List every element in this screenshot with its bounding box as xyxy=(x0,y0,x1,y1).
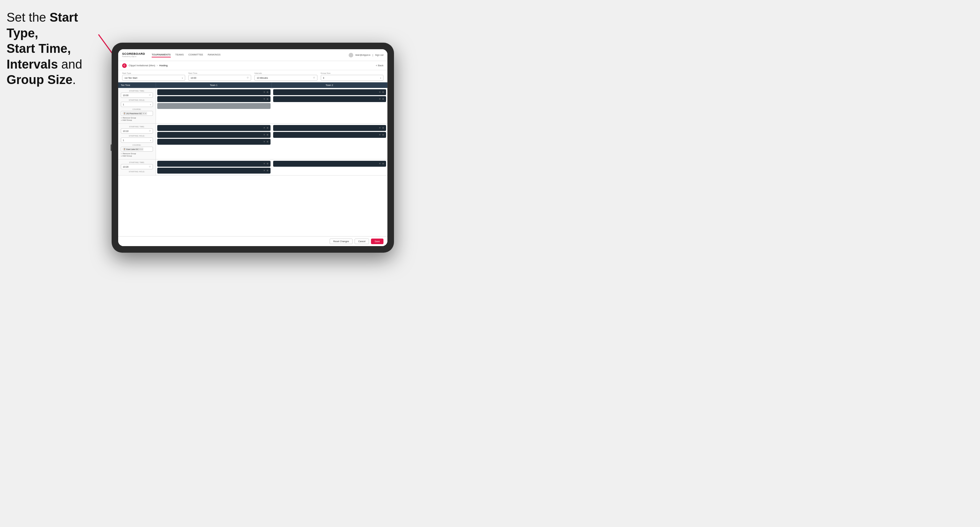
col-team1: Team 1 xyxy=(156,83,272,88)
start-time-select[interactable]: 10:00 ⏱ xyxy=(188,75,251,81)
breadcrumb-tournament[interactable]: Clippd Invitational (Men) xyxy=(129,64,155,67)
team1-col-1: ✕ ⊕ ✕ ⊕ xyxy=(156,88,272,123)
player-expand[interactable]: ⊕ xyxy=(382,98,384,100)
save-button[interactable]: Save xyxy=(371,238,383,244)
navbar: SCOREBOARD Powered by clipp.io TOURNAMEN… xyxy=(118,49,387,61)
player-expand[interactable]: ⊕ xyxy=(382,91,384,94)
player-row: ✕ ⊕ xyxy=(273,89,387,95)
starting-time-input-2[interactable]: 10:10 ⏱ xyxy=(121,128,153,133)
starting-time-input-1[interactable]: 10:00 ⏱ xyxy=(121,92,153,98)
tablet-frame: SCOREBOARD Powered by clipp.io TOURNAMEN… xyxy=(111,43,394,253)
player-row: ✕ ⊕ xyxy=(273,96,387,102)
tee-left-1: STARTING TIME: 10:00 ⏱ STARTING HOLE: 1 … xyxy=(118,88,156,123)
team2-col-2: ✕ ⊕ ✕ ⊕ xyxy=(272,124,388,159)
starting-time-label-2: STARTING TIME: xyxy=(121,126,153,128)
remove-group-2[interactable]: ○ Remove Group xyxy=(121,152,153,154)
course-tag-1: 🏌 (A) Peachtree GC ✕ ▾ xyxy=(121,111,153,116)
player-remove[interactable]: ✕ xyxy=(263,133,265,136)
tee-group-3: STARTING TIME: 10:20 ⏱ STARTING HOLE: ✕ … xyxy=(118,159,387,176)
instruction-line2: Start Time, xyxy=(6,42,71,56)
nav-committee[interactable]: COMMITTEE xyxy=(188,52,203,57)
nav-tournaments[interactable]: TOURNAMENTS xyxy=(152,52,171,57)
start-type-chevron: ▾ xyxy=(182,77,183,79)
starting-time-input-3[interactable]: 10:20 ⏱ xyxy=(121,164,153,169)
nav-teams[interactable]: TEAMS xyxy=(175,52,184,57)
starting-hole-label-1: STARTING HOLE: xyxy=(121,99,153,101)
brand-name: SCOREBOARD xyxy=(122,52,145,56)
group-size-group: Group Size 3 ▾ xyxy=(321,72,384,81)
nav-rankings[interactable]: RANKINGS xyxy=(208,52,221,57)
player-remove[interactable]: ✕ xyxy=(263,162,265,165)
player-remove[interactable]: ✕ xyxy=(379,91,381,94)
table-header: Tee Time Team 1 Team 2 xyxy=(118,83,387,88)
player-remove[interactable]: ✕ xyxy=(263,127,265,129)
player-remove[interactable]: ✕ xyxy=(263,91,265,94)
player-expand[interactable]: ⊕ xyxy=(267,91,269,94)
instruction-line4: Group Size xyxy=(6,73,73,87)
breadcrumb-separator: > xyxy=(157,64,158,67)
intervals-select[interactable]: 10 Minutes ⏱ xyxy=(255,75,318,81)
start-type-select[interactable]: 1st Tee Start ▾ xyxy=(122,75,185,81)
remove-course-2[interactable]: ✕ xyxy=(139,148,141,150)
tee-group-1: STARTING TIME: 10:00 ⏱ STARTING HOLE: 1 … xyxy=(118,88,387,124)
start-time-label: Start Time xyxy=(188,72,251,74)
player-remove[interactable]: ✕ xyxy=(263,169,265,172)
group-size-chevron: ▾ xyxy=(380,77,381,79)
starting-hole-label-2: STARTING HOLE: xyxy=(121,135,153,137)
intervals-group: Intervals 10 Minutes ⏱ xyxy=(255,72,318,81)
player-expand[interactable]: ⊕ xyxy=(382,162,384,165)
user-avatar xyxy=(348,53,353,57)
player-expand[interactable]: ⊕ xyxy=(267,140,269,143)
sign-out-link[interactable]: Sign out xyxy=(375,54,383,56)
instruction-line3: Intervals xyxy=(6,57,58,71)
brand: SCOREBOARD Powered by clipp.io xyxy=(122,52,145,57)
player-remove[interactable]: ✕ xyxy=(379,98,381,100)
player-remove[interactable]: ✕ xyxy=(263,140,265,143)
col-tee-time: Tee Time xyxy=(118,83,156,88)
breadcrumb-logo: C xyxy=(122,63,127,68)
team2-col-3: ✕ ⊕ xyxy=(272,159,388,175)
intervals-value: 10 Minutes xyxy=(257,77,268,79)
course-label-2: COURSE: xyxy=(121,144,153,146)
player-remove[interactable]: ✕ xyxy=(263,98,265,100)
start-type-group: Start Type 1st Tee Start ▾ xyxy=(122,72,185,81)
instruction-intro: Set the xyxy=(6,11,49,24)
bottom-bar: Reset Changes Cancel Save xyxy=(118,236,387,246)
course-options-1[interactable]: ▾ xyxy=(145,112,146,114)
player-expand[interactable]: ⊕ xyxy=(382,127,384,129)
player-expand[interactable]: ⊕ xyxy=(267,162,269,165)
player-expand[interactable]: ⊕ xyxy=(267,133,269,136)
player-expand[interactable]: ⊕ xyxy=(382,133,384,136)
reset-changes-button[interactable]: Reset Changes xyxy=(329,238,353,244)
back-button[interactable]: < Back xyxy=(376,64,383,67)
cancel-button[interactable]: Cancel xyxy=(355,238,369,244)
course-label-1: COURSE: xyxy=(121,108,153,110)
player-expand[interactable]: ⊕ xyxy=(267,169,269,172)
remove-course-1[interactable]: ✕ xyxy=(143,112,145,114)
player-remove[interactable]: ✕ xyxy=(379,127,381,129)
player-remove[interactable]: ✕ xyxy=(379,133,381,136)
player-expand[interactable]: ⊕ xyxy=(267,98,269,100)
nav-right: blair@clippd.io | Sign out xyxy=(348,53,383,57)
add-group-2[interactable]: + Add Group xyxy=(121,155,153,157)
tee-group-2: STARTING TIME: 10:10 ⏱ STARTING HOLE: 1 … xyxy=(118,124,387,159)
remove-group-1[interactable]: ○ Remove Group xyxy=(121,117,153,119)
starting-hole-input-1[interactable]: 1 ▾ xyxy=(121,102,153,107)
course-tag-2: 🏌 East Lake GC ✕ ▾ xyxy=(121,147,153,152)
brand-sub: Powered by clipp.io xyxy=(122,56,145,57)
player-remove[interactable]: ✕ xyxy=(379,162,381,165)
player-row: ✕ ⊕ xyxy=(157,139,270,145)
user-email: blair@clippd.io xyxy=(355,54,370,56)
add-group-1[interactable]: + Add Group xyxy=(121,119,153,121)
player-row xyxy=(157,103,270,109)
player-row: ✕ ⊕ xyxy=(273,161,387,167)
team1-col-3: ✕ ⊕ ✕ ⊕ xyxy=(156,159,272,175)
player-expand[interactable]: ⊕ xyxy=(267,127,269,129)
instruction-period: . xyxy=(73,73,76,87)
start-time-value: 10:00 xyxy=(191,77,197,79)
player-row: ✕ ⊕ xyxy=(273,132,387,138)
group-size-select[interactable]: 3 ▾ xyxy=(321,75,384,81)
tablet-side-button xyxy=(111,144,112,151)
starting-hole-input-2[interactable]: 1 ▾ xyxy=(121,138,153,143)
course-options-2[interactable]: ▾ xyxy=(142,148,143,150)
